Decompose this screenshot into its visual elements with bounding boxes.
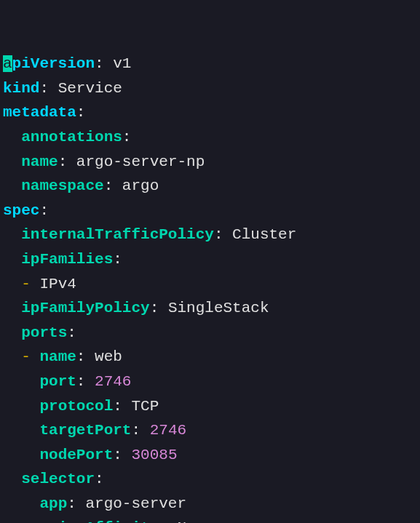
code-line: name: argo-server-np — [3, 150, 417, 175]
code-line: - name: web — [3, 345, 417, 370]
yaml-value: 30085 — [131, 447, 177, 463]
yaml-key: protocol — [39, 398, 113, 415]
yaml-value: IPv4 — [39, 276, 76, 292]
colon: : — [150, 300, 159, 316]
colon: : — [131, 422, 140, 439]
colon: : — [214, 226, 223, 243]
yaml-key: ipFamilyPolicy — [21, 300, 149, 316]
colon: : — [159, 519, 168, 523]
yaml-key: ipFamilies — [21, 251, 113, 268]
code-line: metadata: — [3, 100, 417, 125]
code-line: ports: — [3, 321, 417, 346]
yaml-key: piVersion — [12, 55, 95, 72]
colon: : — [104, 177, 114, 194]
yaml-dash: - — [21, 348, 31, 365]
yaml-key: targetPort — [39, 422, 131, 439]
colon: : — [39, 202, 49, 219]
code-line: nodePort: 30085 — [3, 443, 417, 468]
colon: : — [113, 398, 122, 415]
code-line: targetPort: 2746 — [3, 418, 417, 443]
yaml-value: TCP — [131, 398, 159, 415]
yaml-value: None — [177, 519, 213, 523]
yaml-key: kind — [3, 80, 39, 97]
yaml-key: sessionAffinity — [21, 519, 159, 523]
code-line: kind: Service — [3, 76, 417, 101]
yaml-key: selector — [21, 471, 95, 487]
yaml-value: 2746 — [150, 422, 186, 439]
yaml-value: v1 — [113, 55, 131, 72]
yaml-value: argo-server-np — [76, 153, 205, 170]
yaml-value: argo-server — [85, 495, 186, 512]
colon: : — [113, 447, 122, 463]
colon: : — [95, 471, 104, 487]
colon: : — [113, 251, 122, 268]
code-line: spec: — [3, 199, 417, 223]
colon: : — [67, 324, 76, 341]
yaml-key: app — [39, 495, 67, 512]
code-line: apiVersion: v1 — [3, 52, 417, 76]
code-block: apiVersion: v1kind: Servicemetadata: ann… — [3, 52, 417, 523]
yaml-key: port — [39, 373, 76, 390]
code-line: app: argo-server — [3, 492, 417, 516]
colon: : — [76, 104, 86, 121]
code-line: ipFamilies: — [3, 247, 417, 272]
yaml-value: Cluster — [232, 226, 296, 243]
yaml-value: argo — [122, 177, 159, 194]
yaml-key: name — [39, 348, 76, 365]
colon: : — [58, 153, 68, 170]
yaml-key: namespace — [21, 177, 103, 194]
code-line: sessionAffinity: None — [3, 516, 417, 523]
code-line: protocol: TCP — [3, 394, 417, 419]
code-line: selector: — [3, 467, 417, 492]
yaml-value: Service — [58, 80, 122, 97]
yaml-key: metadata — [3, 104, 76, 121]
colon: : — [39, 80, 49, 97]
colon: : — [95, 55, 104, 72]
colon: : — [76, 348, 86, 365]
code-line: port: 2746 — [3, 370, 417, 394]
yaml-value: 2746 — [95, 373, 131, 390]
colon: : — [122, 129, 132, 145]
yaml-key: nodePort — [39, 447, 113, 463]
colon: : — [67, 495, 76, 512]
code-line: internalTrafficPolicy: Cluster — [3, 223, 417, 247]
code-line: - IPv4 — [3, 272, 417, 297]
colon: : — [76, 373, 86, 390]
yaml-key: annotations — [21, 129, 122, 145]
code-line: ipFamilyPolicy: SingleStack — [3, 296, 417, 321]
code-line: annotations: — [3, 125, 417, 150]
yaml-value: SingleStack — [168, 300, 269, 316]
yaml-key: internalTrafficPolicy — [21, 226, 214, 243]
cursor: a — [3, 55, 12, 72]
yaml-key: ports — [21, 324, 67, 341]
yaml-dash: - — [21, 276, 31, 292]
code-line: namespace: argo — [3, 174, 417, 199]
yaml-key: spec — [3, 202, 39, 219]
yaml-key: name — [21, 153, 58, 170]
yaml-value: web — [95, 348, 122, 365]
